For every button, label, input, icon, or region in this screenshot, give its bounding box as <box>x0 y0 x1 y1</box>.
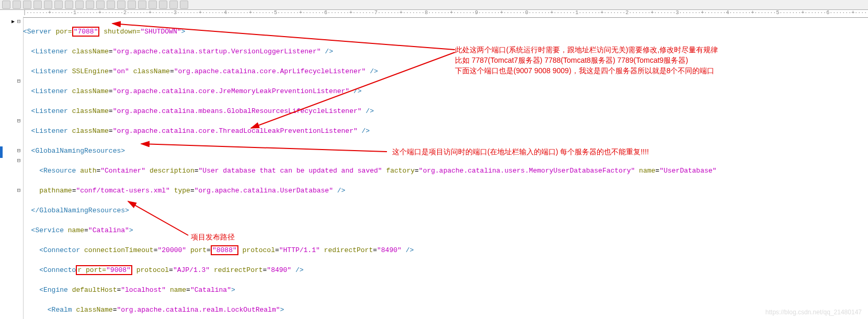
code-line[interactable]: <Resource auth="Container" description="… <box>23 166 868 176</box>
code-line[interactable]: <Realm className="org.apache.catalina.re… <box>23 305 868 315</box>
code-line[interactable]: <Listener className="org.apache.catalina… <box>23 126 868 136</box>
annotation-text: 这个端口是项目访问时的端口(在地址栏输入的端口) 每个服务器的也不能重复!!!! <box>392 146 649 157</box>
toolbar-btn[interactable] <box>138 1 146 9</box>
fold-icon[interactable]: ⊟ <box>15 186 23 196</box>
toolbar-btn[interactable] <box>54 1 63 9</box>
toolbar-btn[interactable] <box>159 1 167 9</box>
toolbar-btn[interactable] <box>107 1 115 9</box>
current-line-marker: ▶ <box>12 17 15 27</box>
toolbar-btn[interactable] <box>44 1 52 9</box>
toolbar-btn[interactable] <box>86 1 94 9</box>
fold-icon[interactable]: ⊟ <box>15 17 23 27</box>
toolbar-btn[interactable] <box>169 1 178 9</box>
code-line[interactable]: <Listener SSLEngine="on" className="org.… <box>23 66 868 76</box>
fold-icon[interactable]: ⊟ <box>15 76 23 86</box>
code-line[interactable]: <Listener className="org.apache.catalina… <box>23 106 868 116</box>
code-line[interactable]: <Engine defaultHost="localhost" name="Ca… <box>23 285 868 295</box>
toolbar-btn[interactable] <box>33 1 42 9</box>
annotation-text: 项目发布路径 <box>191 232 235 242</box>
code-line[interactable]: pathname="conf/tomcat-users.xml" type="o… <box>23 186 868 196</box>
code-line[interactable]: <Server por="7088" shutdown="SHUTDOWN"> <box>23 27 868 37</box>
code-editor[interactable]: <Server por="7088" shutdown="SHUTDOWN"> … <box>23 17 868 319</box>
code-line[interactable]: </GlobalNamingResources> <box>23 206 868 215</box>
toolbar-btn[interactable] <box>13 1 21 9</box>
toolbar <box>0 0 868 10</box>
toolbar-btn[interactable] <box>2 1 10 9</box>
toolbar-btn[interactable] <box>128 1 136 9</box>
gutter-marker <box>0 146 3 158</box>
toolbar-btn[interactable] <box>23 1 31 9</box>
code-line[interactable]: <Connector connectionTimeout="20000" por… <box>23 245 868 255</box>
watermark: https://blog.csdn.net/qq_21480147 <box>766 309 862 316</box>
fold-icon[interactable]: ⊟ <box>15 146 23 156</box>
code-line[interactable]: <Listener className="org.apache.catalina… <box>23 86 868 96</box>
fold-icon[interactable]: ⊟ <box>15 156 23 166</box>
annotation-text: 此处这两个端口(系统运行时需要，跟地址栏访问无关)需要修改,修改时尽量有规律 比… <box>455 44 718 76</box>
highlight-port-9008: r port="9008" <box>76 265 132 275</box>
toolbar-btn[interactable] <box>96 1 105 9</box>
code-line[interactable]: <Listener className="org.apache.catalina… <box>23 47 868 56</box>
highlight-port-7088: "7088" <box>72 27 100 37</box>
toolbar-btn[interactable] <box>117 1 125 9</box>
code-line[interactable]: <Service name="Catalina"> <box>23 225 868 235</box>
fold-column[interactable]: ⊟ ⊟ ⊟ ⊟ ⊟ ⊟ <box>15 17 23 245</box>
toolbar-btn[interactable] <box>75 1 84 9</box>
toolbar-btn[interactable] <box>180 1 188 9</box>
toolbar-btn[interactable] <box>65 1 73 9</box>
fold-icon[interactable]: ⊟ <box>15 116 23 126</box>
toolbar-btn[interactable] <box>149 1 157 9</box>
code-line[interactable]: <Connector port="9008" protocol="AJP/1.3… <box>23 265 868 275</box>
highlight-port-8088: "8088" <box>211 245 238 255</box>
